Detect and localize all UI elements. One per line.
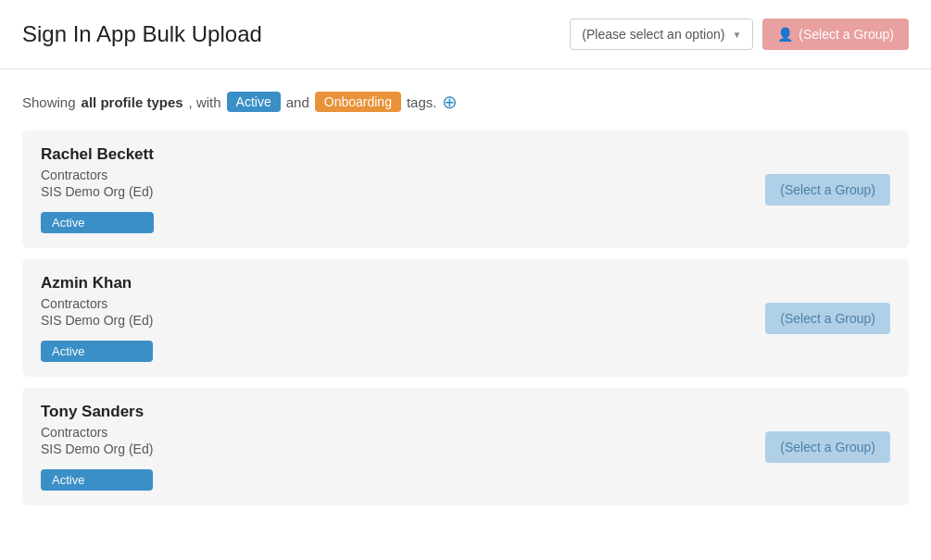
header: Sign In App Bulk Upload (Please select a…: [0, 0, 931, 69]
person-info: Tony Sanders Contractors SIS Demo Org (E…: [41, 403, 153, 491]
select-group-button[interactable]: (Select a Group): [765, 174, 890, 205]
person-name: Tony Sanders: [41, 403, 153, 421]
person-card: Rachel Beckett Contractors SIS Demo Org …: [22, 131, 909, 248]
select-group-label: (Select a Group): [780, 182, 875, 197]
page-title: Sign In App Bulk Upload: [22, 21, 262, 47]
dropdown-label: (Please select an option): [582, 27, 724, 42]
main-content: Showing all profile types , with Active …: [0, 69, 931, 539]
select-group-button[interactable]: (Select a Group): [765, 431, 890, 463]
select-group-label: (Select a Group): [780, 311, 875, 326]
person-type: Contractors: [41, 296, 153, 311]
connector-text: , with: [189, 94, 221, 110]
status-badge: Active: [41, 469, 153, 491]
chevron-down-icon: ▼: [732, 30, 741, 40]
filter-description: Showing all profile types , with Active …: [22, 92, 909, 112]
group-dropdown[interactable]: (Please select an option) ▼: [570, 19, 753, 50]
person-org: SIS Demo Org (Ed): [41, 184, 154, 199]
profile-types-label: all profile types: [82, 94, 183, 110]
active-tag: Active: [227, 92, 281, 112]
showing-prefix: Showing: [22, 94, 76, 110]
status-badge: Active: [41, 212, 154, 233]
person-type: Contractors: [41, 425, 153, 440]
person-name: Rachel Beckett: [41, 145, 154, 164]
add-tag-button[interactable]: ⊕: [442, 93, 458, 111]
person-name: Azmin Khan: [41, 274, 153, 292]
select-group-button[interactable]: (Select a Group): [765, 303, 890, 334]
person-type: Contractors: [41, 168, 154, 182]
suffix-text: tags.: [407, 94, 437, 110]
person-icon: 👤: [777, 27, 793, 42]
person-info: Azmin Khan Contractors SIS Demo Org (Ed)…: [41, 274, 153, 362]
person-org: SIS Demo Org (Ed): [41, 442, 153, 456]
status-badge: Active: [41, 341, 153, 362]
and-text: and: [286, 94, 309, 110]
onboarding-tag: Onboarding: [315, 92, 401, 112]
person-org: SIS Demo Org (Ed): [41, 313, 153, 328]
person-card: Tony Sanders Contractors SIS Demo Org (E…: [22, 388, 909, 505]
person-info: Rachel Beckett Contractors SIS Demo Org …: [41, 145, 154, 233]
header-controls: (Please select an option) ▼ 👤 (Select a …: [570, 19, 909, 50]
person-card: Azmin Khan Contractors SIS Demo Org (Ed)…: [22, 259, 909, 377]
people-list: Rachel Beckett Contractors SIS Demo Org …: [22, 131, 909, 505]
select-group-label: (Select a Group): [780, 440, 875, 454]
select-group-header-label: (Select a Group): [799, 27, 894, 42]
select-group-header-button[interactable]: 👤 (Select a Group): [762, 19, 909, 50]
